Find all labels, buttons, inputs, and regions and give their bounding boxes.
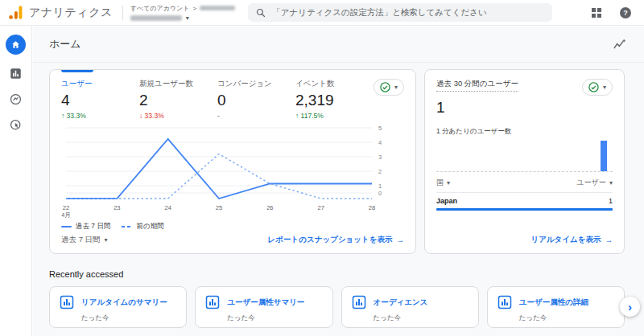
svg-text:24: 24 [164,204,171,211]
nav-explore-button[interactable] [9,92,23,106]
svg-text:27: 27 [317,204,324,211]
svg-text:23: 23 [114,204,120,211]
svg-text:1: 1 [378,182,382,190]
legend-current-period: 過去 7 日間 [61,222,110,232]
redacted-property-name [130,15,182,21]
help-icon[interactable]: ? [620,7,631,18]
search-placeholder: 「アナリティクスの設定方法」と検索してみてください [272,7,487,18]
svg-text:5: 5 [378,125,382,132]
chevron-right-icon: › [628,300,632,313]
svg-text:28: 28 [369,204,375,211]
tab-new-users[interactable]: 新規ユーザー数 2 ↓ 33.3% [139,79,217,120]
delta-badge: ↓ 33.3% [139,112,217,120]
dashed-line-swatch [122,226,132,227]
chevron-down-icon: ▾ [394,84,398,91]
recent-timestamp: たった今 [374,313,469,323]
nav-reports-button[interactable] [9,67,23,80]
recent-card-realtime-summary[interactable]: リアルタイムのサマリー たった今 [49,286,187,328]
country-value-bar [436,208,613,211]
data-quality-badge[interactable]: ▾ [582,79,613,96]
tab-conversions[interactable]: コンバージョン 0 - [217,79,295,120]
tab-event-count[interactable]: イベント数 2,319 ↑ 117.5% [295,79,374,120]
explore-icon [10,93,22,105]
main-content: ホーム ユーザー 4 ↑ 33.3% 新規ユーザー数 2 ↓ 33.3% [33,27,644,336]
report-icon [60,295,74,309]
chart-legend: 過去 7 日間 前の期間 [61,222,404,232]
realtime-user-count: 1 [436,99,613,117]
recent-card-demographics-summary[interactable]: ユーザー属性サマリー たった今 [195,286,332,328]
search-input[interactable]: 「アナリティクスの設定方法」と検索してみてください [248,3,552,22]
check-circle-icon [588,82,599,92]
page-title: ホーム [49,37,81,51]
page-title-row: ホーム [33,27,644,63]
metric-tabs: ユーザー 4 ↑ 33.3% 新規ユーザー数 2 ↓ 33.3% コンバージョン… [61,70,404,120]
svg-text:22: 22 [63,204,69,211]
bar-chart-icon [10,68,22,80]
recent-timestamp: たった今 [227,313,322,323]
tab-users[interactable]: ユーザー 4 ↑ 33.3% [61,79,139,120]
active-tab-indicator [61,70,93,72]
delta-badge: - [217,112,295,120]
report-snapshot-link[interactable]: レポートのスナップショットを表示 → [268,235,404,245]
report-icon [352,295,366,309]
analytics-logo-icon [8,5,23,20]
overview-card: ユーザー 4 ↑ 33.3% 新規ユーザー数 2 ↓ 33.3% コンバージョン… [49,69,416,254]
solid-line-swatch [61,226,72,227]
legend-previous-period: 前の期間 [122,222,163,232]
chevron-down-icon: ▾ [603,84,606,91]
delta-badge: ↑ 117.5% [295,112,374,120]
recent-section-title: Recently accessed [33,254,644,279]
scroll-next-button[interactable]: › [620,297,640,317]
svg-text:4: 4 [378,139,382,146]
report-icon [497,295,512,309]
chevron-down-icon: ▾ [105,237,108,244]
recent-timestamp: たった今 [519,313,614,323]
chevron-down-icon: ▾ [186,15,189,22]
app-title: アナリティクス [29,6,113,20]
table-row: Japan 1 [436,193,613,208]
report-icon [205,295,220,309]
view-realtime-link[interactable]: リアルタイムを表示 → [530,235,613,245]
nav-advertising-button[interactable] [9,118,23,132]
svg-text:4月: 4月 [61,211,71,219]
metric-selector[interactable]: ユーザー ▾ [577,178,613,188]
realtime-title[interactable]: 過去 30 分間のユーザー [436,79,518,92]
arrow-right-icon: → [605,236,613,244]
search-icon [256,8,266,18]
country-name: Japan [436,197,457,205]
recent-card-audiences[interactable]: オーディエンス たった今 [341,286,479,328]
period-selector[interactable]: 過去 7 日間 ▾ [61,235,108,245]
recent-card-demographic-details[interactable]: ユーザー属性の詳細 たった今 [487,286,625,328]
realtime-card: 過去 30 分間のユーザー ▾ 1 1 分あたりのユーザー数 国 ▾ [424,69,625,254]
chevron-down-icon: ▾ [609,180,613,186]
svg-text:26: 26 [266,204,273,211]
recent-timestamp: たった今 [81,313,176,323]
apps-grid-icon[interactable] [591,7,602,18]
realtime-bar-chart [436,138,613,172]
data-quality-badge[interactable]: ▾ [374,79,404,96]
svg-text:2: 2 [378,168,382,175]
users-line-chart: 012345222324252627284月 [61,121,404,221]
active-minute-bar [601,141,607,171]
redacted-account-name [200,6,235,10]
svg-text:3: 3 [378,154,382,161]
advertising-icon [10,119,22,131]
nav-home-button[interactable] [6,35,26,55]
recent-cards: リアルタイムのサマリー たった今 ユーザー属性サマリー たった今 [33,279,644,328]
account-switcher[interactable]: すべてのアカウント > ▾ [130,4,235,22]
chevron-down-icon: ▾ [447,180,450,186]
insights-icon[interactable] [613,39,626,51]
header-divider [122,6,123,20]
arrow-right-icon: → [397,236,405,244]
account-breadcrumb-label: すべてのアカウント [130,4,190,13]
app-header: アナリティクス すべてのアカウント > ▾ 「アナリティクスの設定方法」と検索し… [0,0,644,26]
analytics-logo[interactable]: アナリティクス [0,5,122,20]
delta-badge: ↑ 33.3% [61,112,139,120]
svg-text:25: 25 [216,204,222,211]
dimension-selector[interactable]: 国 ▾ [436,178,450,188]
check-circle-icon [380,82,390,92]
svg-text:0: 0 [378,190,382,197]
country-user-count: 1 [609,197,613,205]
left-nav [0,27,32,336]
home-icon [10,39,21,50]
